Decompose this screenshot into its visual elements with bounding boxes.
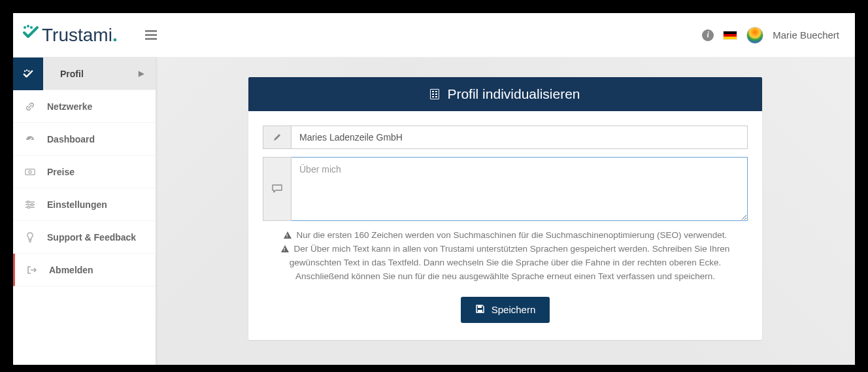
svg-point-0	[24, 26, 26, 29]
profile-panel: Profil individualisieren	[248, 77, 762, 340]
sidebar-item-support[interactable]: Support & Feedback	[13, 221, 156, 254]
sidebar-item-label: Einstellungen	[47, 199, 107, 210]
svg-point-1	[27, 25, 29, 27]
sidebar-item-abmelden[interactable]: Abmelden	[13, 254, 156, 286]
pencil-icon	[263, 126, 292, 149]
sidebar-item-einstellungen[interactable]: Einstellungen	[13, 188, 156, 221]
speech-bubble-icon	[263, 157, 292, 221]
profile-icon	[23, 69, 33, 79]
username-label[interactable]: Marie Buechert	[773, 29, 839, 41]
check-icon	[22, 24, 39, 44]
panel-title: Profil individualisieren	[447, 86, 580, 102]
chevron-right-icon: ▶	[139, 69, 144, 78]
sidebar-item-label: Netzwerke	[47, 101, 92, 112]
svg-point-11	[27, 206, 29, 208]
warning-icon	[281, 245, 289, 252]
hint-text-1: Nur die ersten 160 Zeichen werden von Su…	[296, 230, 727, 240]
save-icon	[475, 304, 485, 316]
svg-point-9	[27, 201, 29, 203]
about-textarea[interactable]	[292, 157, 748, 221]
logout-icon	[27, 265, 37, 275]
sidebar-item-label: Dashboard	[47, 134, 95, 144]
money-icon	[25, 168, 35, 176]
sidebar-item-label: Support & Feedback	[47, 232, 136, 243]
sidebar-item-label: Profil	[60, 69, 84, 79]
brand-name: Trustami.	[42, 25, 118, 46]
menu-toggle-icon[interactable]	[145, 30, 157, 40]
topbar-right: i Marie Buechert	[702, 27, 839, 44]
lightbulb-icon	[25, 232, 35, 243]
app-frame: Trustami. i Marie Buechert Profil ▶	[13, 13, 855, 365]
sidebar-item-label: Abmelden	[49, 265, 93, 275]
hint-text-2: Der Über mich Text kann in allen von Tru…	[290, 244, 730, 281]
sidebar-item-preise[interactable]: Preise	[13, 156, 156, 188]
svg-point-3	[24, 70, 25, 71]
warning-icon	[284, 231, 292, 239]
dashboard-icon	[25, 134, 35, 144]
svg-point-2	[30, 26, 33, 29]
main-content: Profil individualisieren	[156, 58, 855, 365]
link-icon	[25, 101, 35, 112]
sidebar-item-label: Preise	[47, 167, 75, 177]
svg-point-10	[31, 203, 33, 205]
sliders-icon	[25, 200, 35, 209]
company-name-input[interactable]	[292, 126, 748, 149]
svg-rect-7	[25, 169, 35, 175]
svg-point-5	[28, 70, 29, 71]
sidebar-item-netzwerke[interactable]: Netzwerke	[13, 90, 156, 123]
svg-point-4	[26, 69, 27, 71]
topbar: Trustami. i Marie Buechert	[13, 13, 855, 58]
save-button[interactable]: Speichern	[461, 297, 550, 323]
sidebar-item-dashboard[interactable]: Dashboard	[13, 123, 156, 156]
save-button-label: Speichern	[492, 304, 536, 315]
sidebar-item-profil[interactable]: Profil ▶	[13, 58, 156, 90]
sidebar: Profil ▶ Netzwerke Dashboard Preise	[13, 58, 156, 365]
building-icon	[430, 89, 439, 99]
company-input-row	[263, 126, 748, 149]
avatar[interactable]	[746, 27, 763, 44]
about-textarea-row	[263, 157, 748, 221]
brand-logo[interactable]: Trustami.	[22, 25, 118, 46]
panel-header: Profil individualisieren	[248, 77, 762, 111]
seo-hints: Nur die ersten 160 Zeichen werden von Su…	[263, 229, 748, 284]
info-icon[interactable]: i	[702, 29, 714, 41]
language-flag-de[interactable]	[723, 31, 737, 40]
svg-point-8	[29, 170, 31, 173]
